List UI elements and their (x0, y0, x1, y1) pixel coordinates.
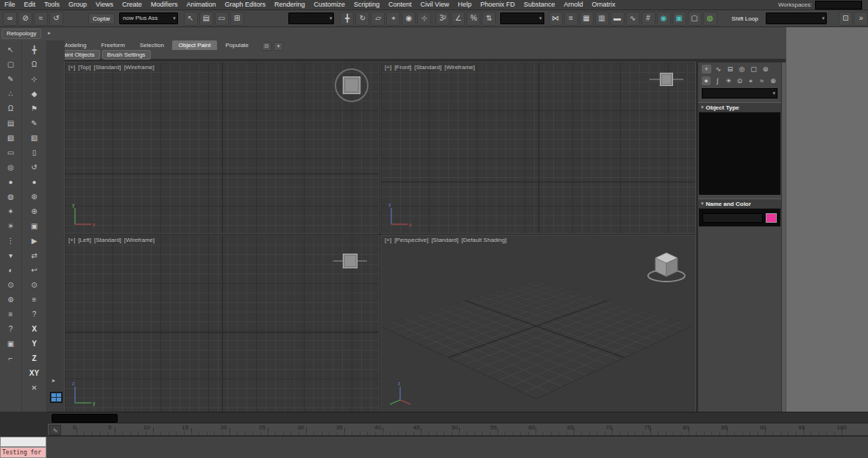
hierarchy-tab[interactable]: ⊟ (725, 65, 735, 74)
render-setup-icon[interactable]: ▣ (672, 12, 686, 26)
display-icon[interactable]: ▣ (5, 338, 17, 350)
rendered-frame-icon[interactable]: ▢ (688, 12, 702, 26)
display-tab[interactable]: ▢ (749, 65, 758, 74)
axis-z-button[interactable]: Z (29, 353, 40, 365)
mini-curve-editor-button[interactable]: ∿ (49, 425, 61, 435)
select-and-scale-icon[interactable]: ▱ (371, 12, 385, 26)
viewport-left[interactable]: [+] [Left] [Standard] [Wireframe] z y (65, 235, 379, 412)
dots-flyout-icon[interactable]: ⋮ (5, 235, 17, 247)
menu-item[interactable]: Substance (519, 0, 560, 10)
selection-region-icon[interactable]: ▭ (215, 12, 229, 26)
viewcube[interactable] (335, 68, 369, 102)
viewcube[interactable] (645, 250, 688, 284)
brush-icon[interactable]: ✎ (5, 74, 17, 85)
spinner-snap-icon[interactable]: ⇅ (482, 12, 496, 26)
refresh-icon[interactable]: ↺ (29, 162, 40, 173)
magnet-snap-icon[interactable]: Ω (29, 59, 40, 71)
menu-item[interactable]: Phoenix FD (476, 0, 519, 10)
gear-icon[interactable]: ⊛ (5, 294, 17, 306)
workspaces-dropdown[interactable] (815, 1, 862, 10)
viewport-perspective[interactable]: [+] [Perspective] [Standard] [Default Sh… (381, 235, 695, 412)
select-object-icon[interactable]: ↖ (184, 12, 198, 26)
utilities-tab[interactable]: ⊚ (761, 65, 770, 74)
time-slider-handle[interactable] (51, 414, 118, 423)
document-icon[interactable]: ▤ (5, 118, 17, 129)
ribbon-tab[interactable]: Populate (218, 40, 255, 50)
object-type-rollout-header[interactable]: Object Type (698, 102, 781, 112)
viewcube[interactable] (333, 251, 367, 271)
marker-icon[interactable]: ◆ (29, 88, 40, 100)
select-and-manipulate-icon[interactable]: ⊹ (417, 12, 431, 26)
swap-arrows-icon[interactable]: ⇄ (29, 250, 40, 262)
use-pivot-center-icon[interactable]: ◉ (402, 12, 416, 26)
star-shape-icon[interactable]: ✶ (5, 206, 17, 218)
viewport-renderer-label[interactable]: [Standard] (94, 237, 121, 243)
select-cursor-icon[interactable]: ↖ (5, 44, 17, 56)
cameras-tab[interactable]: ⊙ (735, 76, 744, 85)
image-icon[interactable]: ▧ (5, 132, 17, 144)
axis-xy-button[interactable]: XY (29, 368, 40, 379)
viewport-top[interactable]: [+] [Top] [Standard] [Wireframe] y x (65, 62, 379, 233)
geosphere-primitive-icon[interactable]: ◍ (5, 191, 17, 203)
toolbar-overflow-icon[interactable]: » (854, 12, 868, 26)
viewport-layout-tab[interactable] (50, 392, 63, 403)
preset-dropdown[interactable]: now Plus Ass (119, 12, 178, 24)
snaps-toggle-icon[interactable]: 3² (435, 12, 449, 26)
layout-flyout-icon[interactable]: ▸ (52, 377, 55, 384)
people-icon[interactable]: ⊙ (5, 279, 17, 291)
help-circle-icon[interactable]: ? (29, 309, 40, 321)
layer-explorer-icon[interactable]: ▥ (595, 12, 609, 26)
menu-item[interactable]: Scripting (349, 0, 384, 10)
geometry-tab[interactable]: ● (702, 76, 711, 85)
tools-icon[interactable]: ✕ (29, 382, 40, 394)
retopology-button[interactable]: Retopology (1, 29, 41, 39)
maxscript-listener-line[interactable]: Testing for (0, 447, 46, 458)
menu-item[interactable]: Rendering (270, 0, 310, 10)
viewport-shading-label[interactable]: [Wireframe] (124, 237, 154, 243)
unlink-selection-icon[interactable]: ⊘ (18, 12, 32, 26)
viewport-front[interactable]: [+] [Front] [Standard] [Wireframe] z x (381, 62, 695, 233)
arrow-down-icon[interactable]: ▾ (5, 250, 17, 262)
menu-item[interactable]: Group (64, 0, 91, 10)
pin-icon[interactable]: ⊹ (29, 74, 40, 85)
workspace-panel-icon[interactable]: ⊡ (839, 12, 853, 26)
menu-item[interactable]: Tools (40, 0, 64, 10)
viewport-menu-label[interactable]: [+] (68, 64, 75, 71)
material-editor-icon[interactable]: ◉ (657, 12, 671, 26)
bind-to-space-warp-icon[interactable]: ≈ (34, 12, 48, 26)
sphere-primitive-icon[interactable]: ● (5, 176, 17, 188)
axis-x-button[interactable]: X (29, 323, 40, 335)
torus-primitive-icon[interactable]: ◎ (5, 162, 17, 173)
object-name-field[interactable] (702, 213, 763, 223)
play-icon[interactable]: ▶ (29, 235, 40, 247)
viewport-shading-label[interactable]: [Wireframe] (124, 64, 154, 71)
menu-item[interactable]: Graph Editors (220, 0, 270, 10)
undo-scene-icon[interactable]: ↺ (49, 12, 63, 26)
return-arrow-icon[interactable]: ↩ (29, 265, 40, 276)
menu-item[interactable]: Arnold (560, 0, 588, 10)
select-and-move-icon[interactable]: ╋ (340, 12, 354, 26)
named-sets-dropdown[interactable] (500, 12, 544, 24)
list-icon[interactable]: ≡ (29, 294, 40, 306)
sun-light-icon[interactable]: ☀ (5, 221, 17, 232)
object-color-swatch[interactable] (766, 213, 777, 223)
retopology-flyout-icon[interactable]: ▸ (46, 29, 53, 37)
curve-editor-icon[interactable]: ∿ (626, 12, 640, 26)
viewport-renderer-label[interactable]: [Standard] (431, 237, 458, 243)
axis-y-button[interactable]: Y (29, 338, 40, 350)
menu-item[interactable]: Edit (20, 0, 40, 10)
pushpin-icon[interactable]: ⊕ (29, 206, 40, 218)
menu-item[interactable]: Create (118, 0, 146, 10)
help-circle-icon[interactable]: ? (5, 323, 17, 335)
maxscript-recorder-line[interactable] (0, 437, 46, 447)
lights-tab[interactable]: ☀ (724, 76, 733, 85)
viewport-name-label[interactable]: [Left] (78, 237, 91, 243)
space-warps-tab[interactable]: ≈ (758, 76, 766, 85)
viewcube[interactable] (650, 70, 683, 89)
viewport-shading-label[interactable]: [Wireframe] (444, 64, 474, 71)
viewcube-face[interactable] (660, 73, 673, 86)
systems-tab[interactable]: ⊛ (769, 76, 778, 85)
menu-item[interactable]: Civil View (416, 0, 454, 10)
menu-item[interactable]: File (0, 0, 20, 10)
viewport-renderer-label[interactable]: [Standard] (414, 64, 441, 71)
